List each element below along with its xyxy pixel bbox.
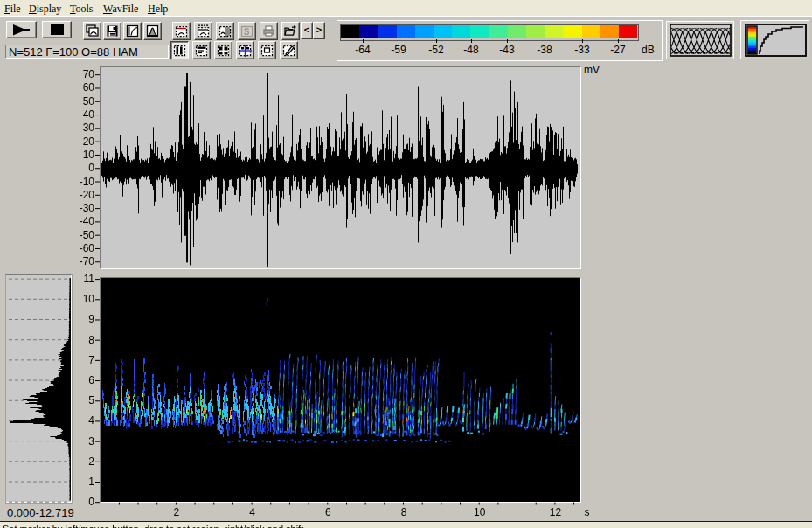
svg-text:-20: -20	[80, 189, 95, 201]
svg-text:10: 10	[83, 149, 95, 161]
svg-text:4: 4	[88, 414, 94, 427]
svg-text:8: 8	[88, 334, 94, 346]
svg-text:s: s	[585, 506, 590, 518]
svg-text:2: 2	[88, 455, 94, 468]
svg-text:5: 5	[88, 394, 94, 406]
svg-text:4: 4	[249, 506, 255, 518]
svg-text:10: 10	[83, 293, 95, 305]
svg-text:60: 60	[83, 81, 95, 94]
svg-text:7: 7	[88, 354, 94, 366]
svg-text:0: 0	[88, 162, 94, 174]
svg-text:0: 0	[88, 496, 94, 508]
svg-text:12: 12	[550, 506, 562, 518]
svg-text:-60: -60	[80, 242, 95, 254]
svg-text:9: 9	[88, 313, 94, 325]
svg-text:70: 70	[83, 68, 95, 80]
svg-text:11: 11	[84, 273, 95, 285]
svg-text:30: 30	[83, 122, 95, 134]
svg-text:2: 2	[174, 506, 180, 518]
svg-text:6: 6	[325, 506, 331, 518]
svg-text:10: 10	[474, 506, 486, 518]
svg-text:-70: -70	[80, 255, 95, 267]
svg-text:-40: -40	[80, 215, 95, 227]
svg-text:6: 6	[88, 374, 94, 386]
svg-text:50: 50	[83, 95, 95, 108]
svg-text:-50: -50	[80, 229, 95, 241]
svg-text:40: 40	[83, 108, 95, 121]
svg-text:8: 8	[401, 506, 407, 518]
svg-text:3: 3	[88, 435, 94, 448]
svg-text:-30: -30	[80, 202, 95, 214]
svg-text:1: 1	[88, 476, 94, 488]
svg-text:-10: -10	[80, 176, 95, 188]
svg-text:20: 20	[83, 135, 95, 148]
